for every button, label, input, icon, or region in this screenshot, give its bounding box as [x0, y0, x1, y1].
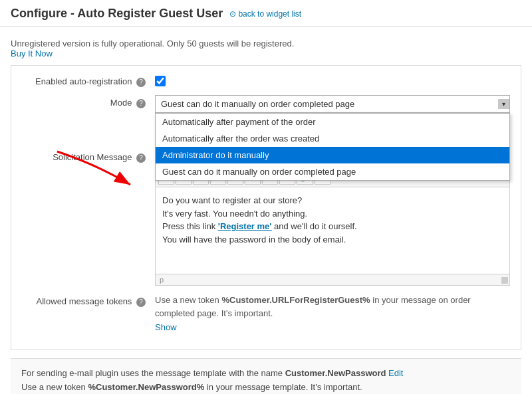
mode-dropdown-arrow[interactable]: ▾	[498, 99, 509, 109]
form-section-wrapper: Enabled auto-registration ? Mode ?	[11, 65, 521, 350]
token-value: %Customer.URLForRegisterGuest%	[221, 295, 370, 305]
solicitation-help-icon[interactable]: ?	[136, 153, 146, 163]
mode-label: Mode ?	[22, 95, 155, 108]
mode-control: Guest can do it manually on order comple…	[155, 95, 510, 113]
tokens-prefix: Use a new token	[155, 295, 221, 305]
tabs-spacer	[22, 120, 155, 122]
mode-option-4[interactable]: Guest can do it manually on order comple…	[156, 163, 509, 180]
editor-line4: and we'll do it ourself.	[271, 221, 356, 231]
mode-option-1[interactable]: Automatically after payment of the order	[156, 114, 509, 130]
mode-selected-value: Guest can do it manually on order comple…	[161, 99, 354, 109]
page-footer: For sending e-mail plugin uses the messa…	[11, 358, 521, 394]
mode-select-display[interactable]: Guest can do it manually on order comple…	[155, 95, 510, 113]
editor-line1: Do you want to register at our store?	[162, 195, 302, 205]
back-to-widget-link[interactable]: back to widget list	[229, 9, 301, 19]
mode-row: Mode ? Guest can do it manually on order…	[22, 95, 510, 113]
editor-footer: p	[156, 274, 509, 285]
tokens-help-icon[interactable]: ?	[136, 298, 146, 307]
show-tokens-link[interactable]: Show	[155, 322, 510, 332]
mode-help-icon[interactable]: ?	[136, 99, 146, 108]
auto-reg-help-icon[interactable]: ?	[136, 78, 146, 87]
editor-line3: Press this link	[162, 221, 218, 231]
mode-option-2[interactable]: Automatically after the order was create…	[156, 130, 509, 147]
page-title: Configure - Auto Register Guest User	[11, 7, 223, 21]
buy-now-link[interactable]: Buy It Now	[11, 49, 53, 58]
mode-option-3[interactable]: Administrator do it manually	[156, 147, 509, 163]
editor-link-text: 'Register me'	[218, 221, 272, 231]
editor-body[interactable]: Do you want to register at our store? It…	[156, 187, 509, 274]
tokens-row: Allowed message tokens ? Use a new token…	[22, 294, 510, 332]
editor-line2: It's very fast. You needn't do anything.	[162, 209, 307, 219]
editor-resize-handle[interactable]	[501, 277, 508, 284]
footer-line2-suffix: in your message template. It's important…	[204, 382, 362, 392]
footer-line1-prefix: For sending e-mail plugin uses the messa…	[21, 368, 285, 378]
auto-reg-control	[155, 74, 510, 88]
mode-dropdown: Automatically after payment of the order…	[155, 113, 510, 181]
editor-register-link[interactable]: 'Register me'	[218, 221, 272, 231]
form-section: Enabled auto-registration ? Mode ?	[11, 65, 521, 350]
auto-reg-label: Enabled auto-registration ?	[22, 74, 155, 87]
footer-line2: Use a new token	[21, 382, 88, 392]
tokens-text: Use a new token %Customer.URLForRegister…	[155, 294, 510, 320]
editor-tag-p: p	[160, 276, 164, 284]
tokens-control: Use a new token %Customer.URLForRegister…	[155, 294, 510, 332]
page-header: Configure - Auto Register Guest User bac…	[0, 0, 532, 27]
page-wrapper: Configure - Auto Register Guest User bac…	[0, 0, 532, 394]
solicitation-label: Solicitation Message ?	[22, 146, 155, 163]
footer-template-name: Customer.NewPassword	[285, 368, 386, 378]
page-content: Unregistered version is fully operationa…	[0, 27, 532, 394]
tokens-label: Allowed message tokens ?	[22, 294, 155, 307]
footer-edit-link[interactable]: Edit	[388, 368, 403, 378]
footer-token2: %Customer.NewPassword%	[88, 382, 204, 392]
notice-line1: Unregistered version is fully operationa…	[11, 39, 294, 49]
auto-reg-checkbox[interactable]	[155, 76, 166, 86]
editor-line5: You will have the password in the body o…	[162, 235, 346, 245]
auto-reg-row: Enabled auto-registration ?	[22, 74, 510, 88]
notice-box: Unregistered version is fully operationa…	[11, 35, 521, 65]
